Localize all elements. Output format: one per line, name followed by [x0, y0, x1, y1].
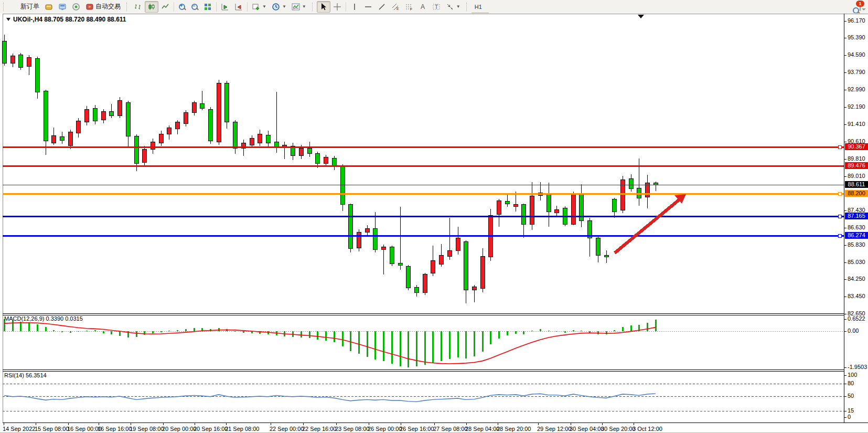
auto-trading-button[interactable]: 自动交易	[83, 1, 123, 13]
time-tick-label: 22 Sep 00:00	[270, 426, 304, 432]
symbol-dropdown-icon	[6, 18, 10, 21]
period-button[interactable]: ▼	[269, 1, 289, 13]
cursor-tool-button[interactable]	[317, 1, 330, 13]
line-chart-button[interactable]	[158, 1, 172, 13]
time-tick-label: 28 Sep 04:00	[465, 426, 499, 432]
auto-scroll-button[interactable]	[218, 1, 232, 13]
notification-badge: 1	[856, 1, 864, 7]
arrows-tool[interactable]: ▼	[443, 1, 463, 13]
candlestick-icon	[147, 3, 156, 11]
toolbar-grip	[126, 3, 129, 11]
price-badge: 89.476	[845, 162, 868, 169]
toolbar-grip	[3, 3, 6, 11]
axis-tick-label: 91.410	[848, 121, 865, 127]
axis-tick-label: 0	[848, 414, 851, 420]
toolbar-right-icons: 1	[852, 3, 868, 10]
axis-tick-label: 94.590	[848, 51, 865, 58]
text-tool[interactable]: A	[416, 1, 430, 13]
time-tick-label: 30 Sep 04:00	[570, 426, 604, 432]
terminal-button[interactable]	[56, 1, 69, 13]
svg-text:E: E	[397, 7, 399, 10]
time-tick-label: 28 Sep 20:00	[497, 426, 531, 432]
bar-chart-button[interactable]	[131, 1, 145, 13]
axis-tick-label: 80	[848, 380, 854, 386]
fibonacci-icon: F	[405, 3, 413, 11]
crosshair-icon	[333, 3, 341, 11]
axis-tick-label: 85.030	[848, 259, 865, 265]
chevron-down-icon: ▼	[282, 4, 286, 9]
channel-icon: E	[391, 3, 400, 11]
tile-windows-icon	[203, 3, 212, 11]
time-tick-label: 23 Sep 08:00	[335, 426, 369, 432]
toolbar-separator	[346, 2, 346, 12]
time-tick-label: 27 Sep 08:00	[433, 426, 467, 432]
time-tick-label: 14 Sep 2022	[3, 426, 35, 432]
tile-windows-button[interactable]	[201, 1, 215, 13]
new-order-icon	[10, 3, 19, 11]
timeframe-h1[interactable]: H1	[471, 1, 489, 13]
price-badge: 87.165	[845, 213, 868, 219]
signal-button[interactable]	[69, 1, 83, 13]
trendline-tool[interactable]	[375, 1, 389, 13]
line-chart-icon	[161, 3, 169, 11]
cursor-icon	[319, 3, 328, 11]
axis-tick-label: 92.990	[848, 86, 865, 92]
order-book-icon	[45, 3, 53, 11]
axis-tick-label: 85.830	[848, 241, 865, 248]
macd-indicator-label: MACD(12,26,9) 0.3390 0.0315	[4, 315, 83, 322]
fibonacci-tool[interactable]: F	[402, 1, 416, 13]
notifications-button[interactable]: 1	[860, 3, 861, 10]
svg-text:T: T	[435, 4, 438, 10]
chart-window: UKOil-,H4 88.705 88.720 88.490 88.611 MA…	[0, 13, 868, 433]
price-chart-canvas[interactable]	[0, 13, 868, 433]
horizontal-line-tool[interactable]	[361, 1, 375, 13]
axis-tick-label: 84.250	[848, 276, 865, 282]
axis-tick-label: 0.00	[848, 328, 859, 334]
axis-tick-label: 96.170	[848, 17, 865, 24]
text-icon: A	[419, 3, 427, 11]
vertical-line-icon	[350, 3, 359, 11]
order-book-button[interactable]	[42, 1, 56, 13]
time-tick-label: 22 Sep 16:00	[302, 426, 336, 432]
channel-tool[interactable]: E	[389, 1, 402, 13]
chart-shift-button[interactable]	[232, 1, 245, 13]
price-badge: 88.200	[845, 190, 868, 197]
toolbar-separator	[216, 2, 217, 12]
indicators-button[interactable]: ▼	[289, 1, 309, 13]
axis-tick-label: 89.810	[848, 155, 865, 162]
time-tick-label: 21 Sep 08:00	[225, 426, 259, 432]
symbol-label[interactable]: UKOil-,H4 88.705 88.720 88.490 88.611	[6, 16, 126, 23]
axis-tick-label: -1.9503	[848, 364, 867, 370]
axis-tick-label: 15	[848, 407, 854, 414]
candlestick-chart-button[interactable]	[145, 1, 158, 13]
axis-tick-label: 100	[848, 372, 857, 378]
chevron-down-icon: ▼	[262, 4, 266, 9]
new-chart-button[interactable]: ▼	[249, 1, 269, 13]
toolbar-separator	[174, 2, 174, 12]
indicators-icon	[292, 3, 300, 11]
arrows-icon	[446, 3, 454, 11]
new-order-button[interactable]: 新订单	[8, 1, 42, 13]
zoom-out-button[interactable]: −	[188, 1, 201, 13]
zoom-in-button[interactable]: +	[176, 1, 188, 13]
axis-tick-label: 86.630	[848, 224, 865, 230]
axis-tick-label: 50	[848, 393, 854, 399]
axis-tick-label: 93.790	[848, 69, 865, 75]
time-tick-label: 16 Sep 00:00	[67, 426, 101, 432]
axis-tick-label: 83.450	[848, 293, 865, 299]
text-label-tool[interactable]: T	[430, 1, 443, 13]
toolbar-grip	[466, 3, 469, 11]
toolbar-grip	[312, 3, 315, 11]
time-tick-label: 26 Sep 16:00	[400, 426, 434, 432]
auto-trading-label: 自动交易	[95, 2, 121, 11]
zoom-out-icon: −	[191, 3, 198, 10]
horizontal-line-icon	[364, 3, 372, 11]
time-tick-label: 3 Oct 12:00	[633, 426, 662, 432]
crosshair-tool-button[interactable]	[330, 1, 344, 13]
vertical-line-tool[interactable]	[348, 1, 361, 13]
time-tick-label: 20 Sep 16:00	[194, 426, 228, 432]
price-badge: 86.274	[845, 232, 868, 239]
rsi-indicator-label: RSI(14) 56.3514	[4, 372, 47, 378]
time-tick-label: 26 Sep 00:00	[368, 426, 402, 432]
time-tick-label: 30 Sep 20:00	[601, 426, 635, 432]
